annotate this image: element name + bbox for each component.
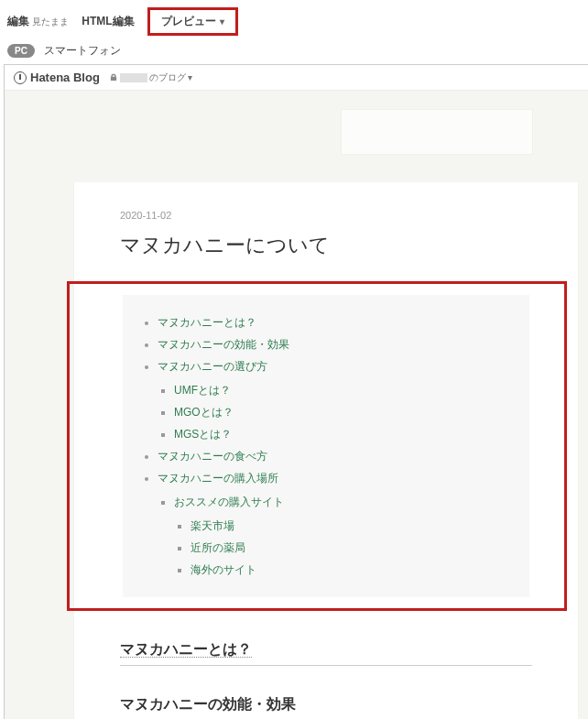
toc-item: MGSとは？ [174, 423, 511, 445]
blog-name[interactable]: 🔒︎ のブログ ▾ [109, 71, 192, 84]
toc-link[interactable]: 近所の薬局 [191, 541, 245, 554]
hatena-blog-logo: Hatena Blog [14, 71, 100, 84]
tab-preview[interactable]: プレビュー▾ [161, 15, 224, 27]
tab-edit[interactable]: 編集 見たまま [7, 14, 69, 29]
redacted-name [120, 73, 147, 82]
table-of-contents: マヌカハニーとは？ マヌカハニーの効能・効果 マヌカハニーの選び方 UMFとは？… [123, 295, 529, 597]
article-card: 2020-11-02 マヌカハニーについて マヌカハニーとは？ マヌカハニーの効… [74, 182, 578, 719]
toc-link[interactable]: マヌカハニーの選び方 [158, 360, 267, 373]
tab-html-edit[interactable]: HTML編集 [82, 14, 134, 29]
highlight-preview-tab: プレビュー▾ [147, 7, 238, 36]
section-heading: マヌカハニーの効能・効果 [120, 690, 532, 719]
toc-link[interactable]: おススメの購入サイト [174, 496, 284, 508]
subtab-pc[interactable]: PC [7, 44, 35, 58]
toc-link[interactable]: MGOとは？ [174, 406, 234, 419]
toc-item: マヌカハニーの効能・効果 [158, 333, 511, 355]
toc-link[interactable]: 海外のサイト [191, 563, 256, 576]
toc-link[interactable]: マヌカハニーの食べ方 [158, 450, 267, 463]
lock-icon: 🔒︎ [109, 72, 118, 82]
toc-link[interactable]: MGSとは？ [174, 428, 232, 441]
section-heading: マヌカハニーとは？ [120, 635, 532, 666]
toc-link[interactable]: マヌカハニーの購入場所 [158, 472, 278, 485]
subtab-smartphone[interactable]: スマートフォン [44, 43, 121, 59]
toc-item: MGOとは？ [174, 401, 511, 423]
highlight-toc: マヌカハニーとは？ マヌカハニーの効能・効果 マヌカハニーの選び方 UMFとは？… [67, 281, 567, 611]
toc-link[interactable]: 楽天市場 [191, 519, 234, 532]
toc-link[interactable]: UMFとは？ [174, 384, 231, 397]
toc-item: マヌカハニーの選び方 UMFとは？ MGOとは？ MGSとは？ [158, 355, 511, 445]
toc-item: UMFとは？ [174, 379, 511, 401]
preview-frame: Hatena Blog 🔒︎ のブログ ▾ 2020-11-02 マヌカハニーに… [4, 64, 588, 719]
caret-down-icon: ▾ [188, 72, 192, 82]
post-date: 2020-11-02 [120, 210, 532, 221]
ad-placeholder [341, 109, 533, 155]
preview-header-bar: Hatena Blog 🔒︎ のブログ ▾ [5, 65, 588, 91]
chevron-down-icon: ▾ [220, 16, 224, 27]
toc-item: おススメの購入サイト 楽天市場 近所の薬局 海外のサイト [174, 491, 511, 581]
post-title: マヌカハニーについて [120, 232, 532, 259]
device-subtabs: PC スマートフォン [0, 39, 588, 64]
toc-item: マヌカハニーの食べ方 [158, 445, 511, 467]
toc-link[interactable]: マヌカハニーとは？ [158, 316, 256, 329]
toc-item: マヌカハニーの購入場所 おススメの購入サイト 楽天市場 近所の薬局 海外のサイト [158, 467, 511, 581]
info-icon [14, 71, 27, 84]
preview-body: 2020-11-02 マヌカハニーについて マヌカハニーとは？ マヌカハニーの効… [5, 91, 588, 719]
toc-item: マヌカハニーとは？ [158, 311, 511, 333]
toc-item: 楽天市場 [191, 515, 511, 537]
toc-link[interactable]: マヌカハニーの効能・効果 [158, 338, 289, 351]
toc-item: 近所の薬局 [191, 537, 511, 559]
toc-item: 海外のサイト [191, 559, 511, 581]
editor-mode-tabs: 編集 見たまま HTML編集 プレビュー▾ [0, 0, 588, 39]
